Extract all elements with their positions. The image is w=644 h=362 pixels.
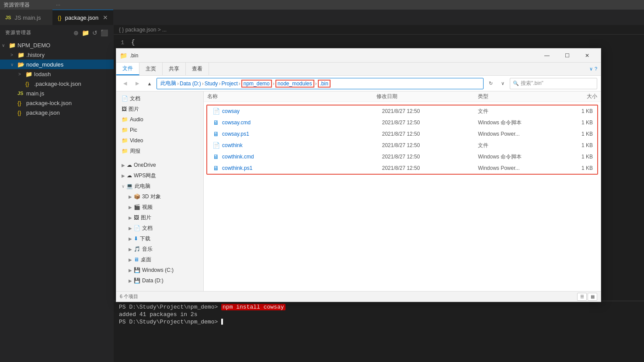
title-bar: 资源管理器 ··· <box>0 0 644 10</box>
path-part-computer: 此电脑 <box>160 80 176 87</box>
forward-button[interactable]: ▶ <box>132 78 143 89</box>
file-row-cowsay[interactable]: 📄 cowsay 2021/8/27 12:50 文件 1 KB <box>207 105 597 117</box>
nav-item-wps[interactable]: ▶ ☁ WPS网盘 <box>116 170 203 181</box>
nav-item-audio[interactable]: 📁 Audio <box>116 114 203 125</box>
nav-item-desktop[interactable]: ▶ 🖥 桌面 <box>116 254 203 265</box>
sidebar-title-text: 资源管理器 <box>5 29 31 36</box>
sidebar-item-npm-demo[interactable]: ∨ 📁 NPM_DEMO <box>0 40 114 50</box>
file-list-container: 名称 修改日期 类型 大小 📄 cowsay 2021/8/27 12:50 文… <box>204 91 601 291</box>
minimize-button[interactable]: — <box>537 49 557 63</box>
nav-images-label: 图片 <box>141 214 151 221</box>
tab-package-json[interactable]: {} package.json ✕ <box>52 10 113 25</box>
file-row-cowthink[interactable]: 📄 cowthink 2021/8/27 12:50 文件 1 KB <box>207 140 597 151</box>
sidebar-item-pkg-lock[interactable]: > {} package-lock.json <box>0 98 114 108</box>
refresh-icon[interactable]: ↺ <box>92 29 98 36</box>
sidebar-item-lodash[interactable]: > 📁 lodash <box>0 69 114 79</box>
file-icon-cowthink-cmd: 🖥 <box>212 153 220 160</box>
file-row-cowsay-ps1[interactable]: 🖥 cowsay.ps1 2021/8/27 12:50 Windows Pow… <box>207 128 597 140</box>
search-box[interactable]: 🔍 搜索".bin" <box>510 78 597 89</box>
ribbon-tab-view[interactable]: 查看 <box>186 63 209 75</box>
nav-item-video[interactable]: 📁 Video <box>116 135 203 146</box>
nav-item-documents[interactable]: ▶ 📄 文档 <box>116 223 203 233</box>
file-row-cowthink-cmd[interactable]: 🖥 cowthink.cmd 2021/8/27 12:50 Windows 命… <box>207 151 597 162</box>
nav-item-onedrive[interactable]: ▶ ☁ OneDrive <box>116 160 203 170</box>
tree-arrow-node-modules: ∨ <box>10 62 17 67</box>
nav-3d-icon: 📦 <box>134 193 140 200</box>
sidebar-item-label-pkg-json: package.json <box>26 109 60 116</box>
statusbar-count: 6 个项目 <box>120 293 138 300</box>
sidebar-item-history[interactable]: > 📁 .history <box>0 50 114 60</box>
nav-item-music[interactable]: ▶ 🎵 音乐 <box>116 244 203 254</box>
nav-item-pic[interactable]: 📁 Pic <box>116 125 203 135</box>
breadcrumb: { } package.json > ... <box>114 25 644 35</box>
file-name-cowthink-ps1: cowthink.ps1 <box>222 165 382 171</box>
path-sep-3: › <box>219 81 220 87</box>
path-highlighted-bin[interactable]: .bin <box>318 80 331 88</box>
sidebar-item-label-pkg-lock-inner: .package-lock.json <box>34 81 81 87</box>
file-type-cowsay-cmd: Windows 命令脚本 <box>478 119 558 127</box>
refresh-address-btn[interactable]: ↻ <box>485 78 496 89</box>
folder-icon-history: 📁 <box>17 52 24 58</box>
nav-downloads-icon: ⬇ <box>134 235 138 242</box>
nav-item-images[interactable]: ▶ 🖼 图片 <box>116 212 203 223</box>
tree-arrow-npm-demo: ∨ <box>2 43 9 48</box>
tab-close-icon[interactable]: ✕ <box>103 14 108 21</box>
nav-audio-label: Audio <box>130 116 143 123</box>
nav-item-data-d[interactable]: ▶ 💾 Data (D:) <box>116 275 203 286</box>
expand-address-btn[interactable]: ∨ <box>498 78 508 89</box>
file-row-cowthink-ps1[interactable]: 🖥 cowthink.ps1 2021/8/27 12:50 Windows P… <box>207 162 597 174</box>
nav-data-icon: 💾 <box>134 278 140 284</box>
nav-item-videos[interactable]: ▶ 🎬 视频 <box>116 202 203 212</box>
nav-item-docs[interactable]: 📄 文档 <box>116 93 203 104</box>
nav-item-windows-c[interactable]: ▶ 💾 Windows (C:) <box>116 265 203 275</box>
terminal-cursor: ▌ <box>221 319 225 325</box>
new-file-icon[interactable]: ⊕ <box>73 29 79 36</box>
back-button[interactable]: ◀ <box>120 78 130 89</box>
ribbon-tab-home[interactable]: 主页 <box>139 63 163 75</box>
expand-ribbon-btn[interactable]: ∨ <box>589 66 593 72</box>
file-date-cowsay: 2021/8/27 12:50 <box>382 108 478 114</box>
ribbon-tab-share[interactable]: 共享 <box>163 63 186 75</box>
up-button[interactable]: ▲ <box>144 78 155 89</box>
nav-weekly-icon: 📁 <box>122 148 128 154</box>
nav-item-downloads[interactable]: ▶ ⬇ 下载 <box>116 233 203 244</box>
terminal-command: npm install cowsay <box>221 304 285 310</box>
close-button[interactable]: ✕ <box>577 49 597 63</box>
json-icon-pkg-lock: {} <box>17 100 24 106</box>
collapse-icon[interactable]: ⬛ <box>101 29 108 36</box>
sidebar-item-pkg-json[interactable]: > {} package.json <box>0 108 114 117</box>
file-name-cowsay-cmd: cowsay.cmd <box>222 119 382 126</box>
file-highlight-box: 📄 cowsay 2021/8/27 12:50 文件 1 KB 🖥 cowsa… <box>206 105 598 175</box>
view-grid-button[interactable]: ▦ <box>588 293 597 301</box>
nav-3d-label: 3D 对象 <box>142 193 161 200</box>
file-icon-cowthink: 📄 <box>212 142 220 149</box>
nav-windows-icon: 💾 <box>134 267 140 273</box>
view-list-button[interactable]: ☰ <box>577 293 587 301</box>
nav-item-pictures[interactable]: 🖼 图片 <box>116 104 203 114</box>
ribbon-tab-file[interactable]: 文件 <box>116 63 139 75</box>
path-sep-1: › <box>177 81 179 87</box>
nav-documents-label: 文档 <box>142 225 153 232</box>
path-highlighted-modules[interactable]: node_modules <box>275 80 314 88</box>
file-list-header: 名称 修改日期 类型 大小 <box>204 91 601 102</box>
view-buttons: ☰ ▦ <box>577 293 597 301</box>
terminal-area[interactable]: PS D:\Study\Project\npm_demo> npm instal… <box>114 301 644 362</box>
tab-main-js[interactable]: JS JS main.js <box>0 10 52 25</box>
nav-expand-arrow-downloads: ▶ <box>129 236 132 241</box>
nav-item-3d[interactable]: ▶ 📦 3D 对象 <box>116 191 203 202</box>
path-highlighted-npm[interactable]: npm_demo <box>241 80 272 88</box>
explorer-folder-icon: 📁 <box>120 52 127 59</box>
new-folder-icon[interactable]: 📁 <box>82 29 90 36</box>
sidebar-item-main-js[interactable]: > JS main.js <box>0 88 114 98</box>
nav-audio-icon: 📁 <box>122 116 128 123</box>
sidebar-item-node-modules[interactable]: ∨ 📂 node_modules <box>0 60 114 69</box>
nav-item-weekly[interactable]: 📁 周报 <box>116 146 203 156</box>
maximize-button[interactable]: ☐ <box>557 49 577 63</box>
file-row-cowsay-cmd[interactable]: 🖥 cowsay.cmd 2021/8/27 12:50 Windows 命令脚… <box>207 117 597 128</box>
nav-item-thispc[interactable]: ∨ 💻 此电脑 <box>116 181 203 191</box>
search-icon: 🔍 <box>513 81 519 86</box>
help-btn[interactable]: ? <box>595 66 597 72</box>
address-path[interactable]: 此电脑 › Data (D:) › Study › Project › npm_… <box>157 78 484 89</box>
sidebar-item-pkg-lock-inner[interactable]: > {} .package-lock.json <box>0 79 114 88</box>
file-explorer: 📁 .bin — ☐ ✕ 文件 主页 共享 查看 ∨ ? ◀ ▶ ▲ 此电脑 ›… <box>116 48 601 302</box>
